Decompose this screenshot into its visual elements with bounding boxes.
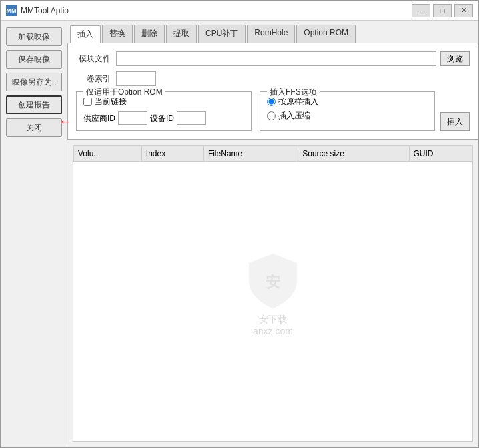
groups-inner: 仅适用于Option ROM 当前链接 供应商ID 设备ID	[76, 91, 435, 131]
table-header-row: Volu... Index FileName Source size GUID	[74, 146, 472, 162]
svg-text:安: 安	[264, 274, 280, 290]
tab-bar: 插入 替换 删除 提取 CPU补丁 RomHole Option ROM	[67, 21, 478, 43]
main-content: ← 加载映像 保存映像 映像另存为.. 创建报告 关闭 插入 替换 删除 提取 …	[1, 21, 478, 447]
current-link-checkbox[interactable]	[83, 97, 92, 106]
save-image-button[interactable]: 保存映像	[6, 50, 62, 69]
col-filename: FileName	[203, 146, 298, 162]
watermark-subtext: anxz.com	[246, 326, 300, 337]
volume-index-label: 卷索引	[76, 73, 111, 85]
module-file-row: 模块文件 浏览	[76, 51, 470, 66]
radio-compressed-row: 插入压缩	[267, 110, 428, 122]
create-report-button[interactable]: 创建报告	[6, 95, 62, 114]
watermark: 安 安下载 anxz.com	[246, 251, 300, 337]
right-panel: 插入 替换 删除 提取 CPU补丁 RomHole Option ROM 模块文…	[67, 21, 478, 447]
window-title: MMTool Aptio	[21, 6, 412, 15]
volume-index-input[interactable]	[116, 71, 156, 86]
app-icon: MM	[6, 5, 17, 16]
option-rom-group-title: 仅适用于Option ROM	[83, 87, 165, 98]
tab-romhole[interactable]: RomHole	[247, 25, 295, 43]
watermark-text: 安下载	[246, 314, 300, 326]
ffs-options-group: 插入FFS选项 按原样插入 插入压缩	[260, 91, 435, 131]
insert-side: 插入	[435, 91, 470, 131]
data-table-wrap: Volu... Index FileName Source size GUID	[73, 145, 473, 442]
close-button[interactable]: 关闭	[6, 118, 62, 137]
tab-replace[interactable]: 替换	[102, 25, 133, 43]
save-image-as-button[interactable]: 映像另存为..	[6, 73, 62, 91]
device-id-label: 设备ID	[150, 113, 174, 124]
col-guid: GUID	[409, 146, 472, 162]
close-window-button[interactable]: ✕	[454, 4, 473, 17]
device-id-input[interactable]	[177, 111, 206, 125]
ffs-options-group-title: 插入FFS选项	[267, 87, 320, 98]
col-volume: Volu...	[74, 146, 142, 162]
tab-delete[interactable]: 删除	[134, 25, 165, 43]
volume-index-row: 卷索引	[76, 71, 470, 86]
load-image-button[interactable]: 加载映像	[6, 27, 62, 46]
tab-option-rom[interactable]: Option ROM	[296, 25, 356, 43]
module-file-label: 模块文件	[76, 53, 111, 65]
tab-extract[interactable]: 提取	[166, 25, 197, 43]
groups-and-insert: 仅适用于Option ROM 当前链接 供应商ID 设备ID	[76, 91, 470, 131]
browse-button[interactable]: 浏览	[440, 51, 470, 66]
tab-cpu-patch[interactable]: CPU补丁	[198, 25, 246, 43]
data-table: Volu... Index FileName Source size GUID	[73, 146, 472, 162]
radio-as-is[interactable]	[267, 97, 276, 106]
col-index: Index	[141, 146, 203, 162]
main-window: MM MMTool Aptio ─ □ ✕ ← 加载映像 保存映像 映像另存为.…	[0, 0, 479, 448]
insert-tab-content: 模块文件 浏览 卷索引 仅适用于Option ROM	[67, 43, 478, 140]
module-file-input[interactable]	[116, 51, 436, 66]
insert-button[interactable]: 插入	[440, 112, 470, 131]
vendor-id-label: 供应商ID	[83, 113, 115, 124]
option-rom-group: 仅适用于Option ROM 当前链接 供应商ID 设备ID	[76, 91, 252, 131]
col-source-size: Source size	[298, 146, 409, 162]
vendor-device-row: 供应商ID 设备ID	[83, 111, 244, 125]
tab-insert[interactable]: 插入	[70, 25, 101, 43]
sidebar: 加载映像 保存映像 映像另存为.. 创建报告 关闭	[1, 21, 67, 447]
minimize-button[interactable]: ─	[412, 4, 430, 17]
radio-compressed[interactable]	[267, 111, 276, 120]
window-controls: ─ □ ✕	[412, 4, 473, 17]
watermark-shield-icon: 安	[246, 251, 300, 311]
radio-compressed-label: 插入压缩	[278, 110, 310, 122]
title-bar: MM MMTool Aptio ─ □ ✕	[1, 1, 478, 21]
maximize-button[interactable]: □	[433, 4, 452, 17]
vendor-id-input[interactable]	[118, 111, 147, 125]
